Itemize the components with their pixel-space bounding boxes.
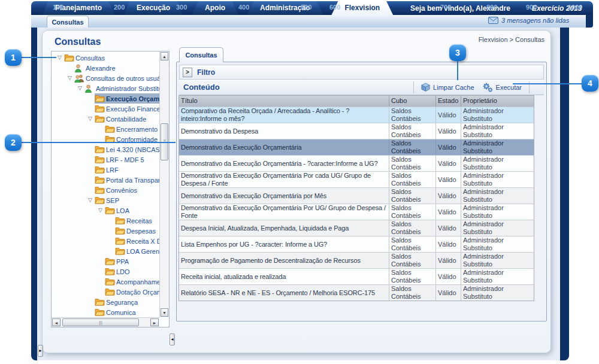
tree-node[interactable]: ▽LOA Gerenciais — [52, 246, 159, 256]
table-row[interactable]: Demonstrativo da Execução Orçamentária -… — [179, 155, 534, 171]
table-header-row: Título Cubo Estado Proprietário — [179, 96, 534, 107]
tree-node[interactable]: ▽SEP — [52, 195, 159, 205]
tree-node[interactable]: ▽Administrador Substituto — [52, 83, 159, 93]
tab-consultas[interactable]: Consultas — [47, 16, 89, 28]
expand-arrow-icon[interactable]: ▽ — [65, 73, 74, 83]
nav-tab-apoio[interactable]: Apoio — [192, 1, 238, 15]
table-row[interactable]: Demonstrativo da Execução Orçamentária P… — [179, 171, 534, 187]
tree-node[interactable]: ▽Dotação Orçamentár — [52, 287, 159, 297]
cell-proprietario: Administrador Substituto — [461, 236, 534, 252]
unread-messages-link[interactable]: 3 mensagens não lidas — [488, 17, 569, 24]
tree-node[interactable]: ▽Segurança — [52, 297, 159, 307]
cell-titulo: Demonstrativo da Execução Orçamentária -… — [179, 156, 389, 171]
table-row[interactable]: Demonstrativo da DespesaSaldos Contábeis… — [179, 123, 534, 139]
tree-node[interactable]: ▽Execução Financeira — [52, 104, 159, 114]
tree-node[interactable]: ▽Consultas de outros usuários — [52, 73, 159, 83]
column-header-estado[interactable]: Estado — [436, 96, 461, 107]
table-row[interactable]: Demonstrativo da Execução Orçamentária p… — [179, 187, 534, 204]
tree-node[interactable]: ▽Lei 4.320 (NBCASP) — [52, 144, 159, 154]
table-row[interactable]: Demonstrativo da Execução Orçamentária P… — [179, 204, 534, 220]
breadcrumb: Flexvision > Consultas — [479, 36, 544, 43]
tree-node[interactable]: ▽Despesas — [52, 226, 159, 236]
filter-expand-icon[interactable]: > — [183, 68, 192, 77]
cell-cubo: Saldos Contábeis — [389, 253, 436, 268]
table-row[interactable]: Programação de Pagamento de Descentraliz… — [179, 252, 534, 268]
tree-node[interactable]: ▽LRF — [52, 165, 159, 175]
folder-open-icon — [95, 186, 106, 194]
tree-node[interactable]: ▽Contabilidade — [52, 114, 159, 124]
expand-arrow-icon[interactable]: ▽ — [86, 195, 95, 205]
tree-node[interactable]: ▽PPA — [52, 256, 159, 266]
scroll-left-icon[interactable]: ◄ — [52, 318, 60, 326]
folder-open-icon — [95, 95, 106, 102]
cell-cubo: Saldos Contábeis — [389, 139, 436, 155]
nav-tab-flexvision[interactable]: Flexvision — [331, 1, 393, 15]
cell-proprietario: Administrador Substituto — [461, 204, 534, 220]
tree-node-label: Administrador Substituto — [96, 85, 159, 92]
tree-node[interactable]: ▽Encerramento — [52, 124, 159, 134]
user-icon — [74, 64, 86, 72]
ruler-label: 400 — [238, 4, 249, 11]
tree-node[interactable]: ▽Acompanhamento — [52, 277, 159, 287]
tree-node[interactable]: ▽Consultas — [52, 53, 159, 63]
filter-section-header[interactable]: > Filtro — [179, 65, 544, 80]
folder-open-icon — [95, 166, 106, 174]
cell-proprietario: Administrador Substituto — [461, 285, 534, 301]
tree-node[interactable]: ▽LRF - MDF 5 — [52, 154, 159, 165]
scroll-up-icon[interactable]: ▲ — [161, 52, 168, 60]
callout-badge-4: 4 — [582, 75, 598, 92]
tree-node-label: Convênios — [106, 187, 137, 194]
gears-icon — [483, 83, 493, 92]
tree-node-label: Lei 4.320 (NBCASP) — [106, 146, 159, 153]
tree-node[interactable]: ▽Portal da Transparência — [52, 175, 159, 185]
cell-titulo: Demonstrativo da Execução Orçamentária P… — [179, 204, 389, 220]
folder-open-icon — [95, 298, 106, 306]
table-row[interactable]: Receita inicial, atualizada e realizadaS… — [179, 268, 534, 284]
limpar-cache-button[interactable]: Limpar Cache — [421, 83, 474, 92]
cell-cubo: Saldos Contábeis — [389, 107, 436, 123]
expand-arrow-icon[interactable]: ▽ — [75, 83, 84, 93]
expand-arrow-icon[interactable]: ▽ — [55, 53, 64, 63]
table-row[interactable]: Relatório SESA - NR e NE - ES - Orçament… — [179, 284, 534, 301]
expand-arrow-icon[interactable]: ▽ — [86, 114, 95, 124]
column-header-proprietario[interactable]: Proprietário — [461, 96, 534, 107]
tree-node-label: Comunica — [106, 309, 136, 316]
table-row[interactable]: Lista Empenhos por UG - ?caracter: Infor… — [179, 236, 534, 252]
tree-horizontal-scrollbar[interactable]: ◄ ||| ► — [52, 317, 159, 327]
tree-node[interactable]: ▽Alexandre — [52, 63, 159, 73]
ruler-label: 300 — [176, 4, 187, 11]
subbar-corner — [586, 15, 593, 28]
scroll-down-icon[interactable]: ▼ — [161, 308, 168, 317]
horizontal-scroll-thumb[interactable]: ||| — [62, 318, 139, 326]
column-header-cubo[interactable]: Cubo — [389, 96, 436, 107]
tree-node-label: Receitas — [126, 217, 152, 225]
nav-tab-execucao[interactable]: Execução — [123, 1, 183, 15]
scroll-right-icon[interactable]: ► — [150, 318, 159, 326]
tree-node[interactable]: ▽Comunica — [52, 307, 159, 317]
cell-estado: Válido — [436, 172, 461, 187]
tree-node[interactable]: ▽Receitas — [52, 216, 159, 226]
table-row[interactable]: Comparativo da Receita Orçada / Arrecada… — [179, 107, 534, 123]
table-row[interactable]: Demonstrativo da Execução OrçamentáriaSa… — [179, 139, 534, 155]
cell-estado: Válido — [436, 236, 461, 252]
tree-node-label: Contabilidade — [106, 116, 146, 123]
tree-node[interactable]: ▽Execução Orçamentá — [52, 93, 159, 104]
cell-cubo: Saldos Contábeis — [389, 285, 436, 301]
tree-node[interactable]: ▽LOA — [52, 205, 159, 216]
query-table: Título Cubo Estado Proprietário Comparat… — [179, 95, 534, 301]
ruler-label: 900 — [526, 4, 537, 11]
tree-node[interactable]: ▽Receita X Despes — [52, 236, 159, 246]
folder-open-icon — [115, 247, 126, 255]
column-header-titulo[interactable]: Título — [179, 96, 389, 107]
splitter-collapse-right-icon[interactable]: ► — [38, 345, 43, 357]
tree-node[interactable]: ▽Convênios — [52, 185, 159, 195]
splitter-collapse-left-icon[interactable]: ◄ — [170, 333, 175, 345]
tree-node-label: PPA — [116, 258, 129, 265]
content-tab-consultas[interactable]: Consultas — [179, 47, 223, 62]
main-panel: Consultas Flexvision > Consultas ▽Consul… — [42, 30, 551, 353]
cell-estado: Válido — [436, 123, 461, 139]
expand-arrow-icon[interactable]: ▽ — [96, 205, 105, 216]
table-row[interactable]: Despesa Inicial, Atualizada, Empenhada, … — [179, 220, 534, 236]
tree-vertical-scrollbar[interactable]: ▲ ≡ ▼ — [159, 51, 169, 317]
tree-node[interactable]: ▽LDO — [52, 266, 159, 277]
